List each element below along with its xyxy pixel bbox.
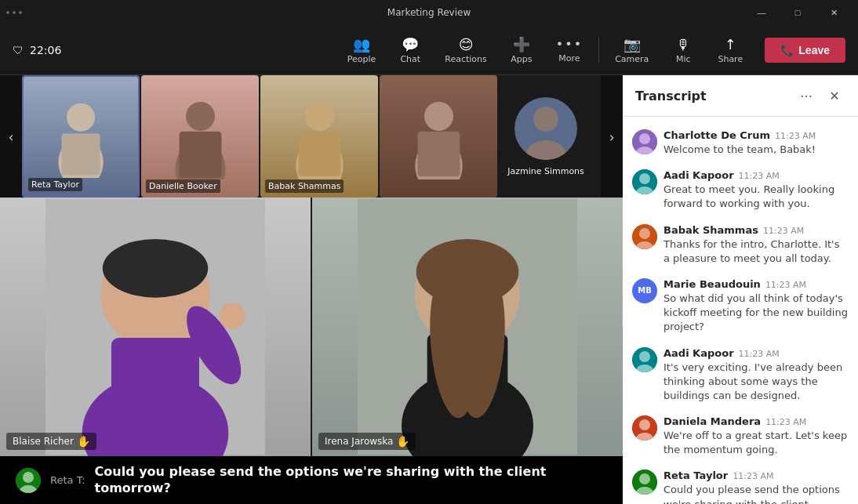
window-title: Marketing Review — [387, 7, 471, 18]
daniela-avatar — [632, 415, 657, 441]
svg-rect-2 — [61, 133, 100, 175]
caption-avatar — [16, 468, 41, 493]
transcript-close-button[interactable]: ✕ — [823, 85, 845, 107]
strip-next-button[interactable]: › — [601, 75, 623, 198]
aadi-avatar-img-1 — [632, 169, 657, 194]
aadi-avatar-1 — [632, 169, 657, 194]
participant-tile-eric[interactable]: Eric Ishida — [594, 75, 601, 198]
transcript-message-4: MB Marie Beaudouin 11:23 AM So what did … — [623, 272, 858, 341]
babak-msg-time: 11:23 AM — [763, 226, 804, 236]
aadi-message-header-1: Aadi Kapoor 11:23 AM — [663, 169, 849, 181]
transcript-header: Transcript ⋯ ✕ — [623, 75, 858, 117]
aadi-avatar-img-2 — [632, 347, 657, 372]
jazmine-avatar — [514, 97, 577, 160]
reta-name: Reta Taylor — [28, 178, 82, 191]
caption-avatar-img — [16, 468, 41, 493]
camera-button[interactable]: 📷 Camera — [605, 31, 658, 69]
aadi-text-2: It's very exciting. I've already been th… — [663, 361, 849, 404]
participant-tile-danielle[interactable]: Danielle Booker — [141, 75, 259, 198]
share-label: Share — [718, 54, 743, 64]
charlotte-avatar-img — [632, 129, 657, 154]
reta-msg-avatar — [632, 470, 657, 495]
transcript-message-6: Daniela Mandera 11:23 AM We're off to a … — [623, 409, 858, 463]
blaise-figure — [45, 198, 265, 456]
babak-msg-name: Babak Shammas — [663, 224, 758, 236]
svg-point-13 — [533, 107, 558, 132]
blaise-video-bg — [0, 198, 311, 456]
reactions-button[interactable]: 😊 Reactions — [435, 31, 496, 69]
transcript-message-1: Charlotte De Crum 11:23 AM Welcome to th… — [623, 123, 858, 163]
title-bar-menu[interactable] — [6, 11, 22, 14]
babak-silhouette — [278, 93, 361, 179]
share-icon: ↑ — [725, 36, 736, 53]
aadi-name-1: Aadi Kapoor — [663, 169, 734, 181]
svg-point-33 — [23, 472, 34, 483]
svg-rect-8 — [298, 132, 340, 176]
jazmine-name: Jazmine Simmons — [507, 166, 584, 176]
close-button[interactable]: ✕ — [816, 0, 852, 25]
chat-icon: 💬 — [402, 36, 419, 53]
marie-avatar: MB — [632, 278, 657, 303]
people-label: People — [347, 54, 376, 64]
large-video-irena[interactable]: Irena Jarowska ✋ — [311, 198, 623, 456]
irena-hand-icon: ✋ — [396, 435, 409, 448]
charlotte-name: Charlotte De Crum — [663, 129, 770, 141]
irena-figure — [358, 198, 577, 456]
svg-point-9 — [424, 102, 453, 131]
danielle-silhouette — [159, 93, 242, 179]
svg-point-36 — [639, 133, 650, 144]
chat-button[interactable]: 💬 Chat — [388, 31, 432, 69]
svg-point-42 — [639, 228, 650, 239]
caption-bar: Reta T: Could you please send the option… — [0, 456, 623, 504]
transcript-message-7: Reta Taylor 11:23 AM Could you please se… — [623, 463, 858, 504]
charlotte-time: 11:23 AM — [775, 131, 816, 141]
babak-msg-text: Thanks for the intro, Charlotte. It's a … — [663, 237, 849, 266]
apps-button[interactable]: ➕ Apps — [500, 31, 544, 69]
share-button[interactable]: ↑ Share — [708, 31, 752, 69]
blaise-hand-icon: ✋ — [77, 435, 90, 448]
strip-prev-button[interactable]: ‹ — [0, 75, 22, 198]
participant-tile-jazmine[interactable]: Jazmine Simmons — [499, 75, 593, 198]
reta-avatar-img — [632, 470, 657, 495]
room-video — [380, 75, 497, 198]
svg-point-24 — [103, 239, 208, 298]
camera-icon: 📷 — [624, 36, 641, 53]
transcript-title: Transcript — [635, 89, 707, 103]
transcript-more-button[interactable]: ⋯ — [795, 85, 817, 107]
charlotte-avatar — [632, 129, 657, 154]
participant-tile-room[interactable] — [380, 75, 497, 198]
mic-button[interactable]: 🎙 Mic — [661, 31, 705, 69]
window-controls: — □ ✕ — [743, 0, 852, 25]
reta-msg-name: Reta Taylor — [663, 470, 728, 481]
svg-point-51 — [639, 473, 650, 484]
room-silhouette — [398, 93, 480, 179]
large-video-blaise[interactable]: Blaise Richer ✋ — [0, 198, 311, 456]
more-button[interactable]: ••• More — [547, 32, 592, 68]
babak-message-header: Babak Shammas 11:23 AM — [663, 224, 849, 236]
transcript-messages: Charlotte De Crum 11:23 AM Welcome to th… — [623, 117, 858, 504]
svg-rect-11 — [417, 132, 460, 176]
maximize-button[interactable]: □ — [780, 0, 816, 25]
phone-icon: 📞 — [780, 44, 794, 56]
minimize-button[interactable]: — — [743, 0, 780, 25]
participant-tile-reta[interactable]: Reta Taylor — [22, 75, 140, 198]
video-area: ‹ Reta Taylor — [0, 75, 623, 504]
people-button[interactable]: 👥 People — [338, 31, 386, 69]
svg-point-0 — [67, 103, 95, 131]
leave-button[interactable]: 📞 Leave — [765, 38, 845, 63]
timer-icon: 🛡 — [13, 44, 24, 56]
caption-text: Could you please send the options we're … — [95, 464, 607, 497]
participants-strip: ‹ Reta Taylor — [0, 75, 623, 198]
toolbar-center: 👥 People 💬 Chat 😊 Reactions ➕ Apps ••• M… — [338, 31, 753, 69]
reactions-label: Reactions — [445, 54, 487, 64]
svg-rect-21 — [111, 338, 199, 455]
reta-msg-text: Could you please send the options we're … — [663, 483, 849, 504]
transcript-message-3: Babak Shammas 11:23 AM Thanks for the in… — [623, 218, 858, 272]
charlotte-message-content: Charlotte De Crum 11:23 AM Welcome to th… — [663, 129, 849, 157]
main-area: ‹ Reta Taylor — [0, 75, 858, 504]
marie-name: Marie Beaudouin — [663, 278, 761, 290]
svg-point-23 — [219, 303, 245, 329]
mic-label: Mic — [676, 54, 691, 64]
participant-tile-babak[interactable]: Babak Shammas — [260, 75, 378, 198]
aadi-text-1: Great to meet you. Really looking forwar… — [663, 183, 849, 211]
